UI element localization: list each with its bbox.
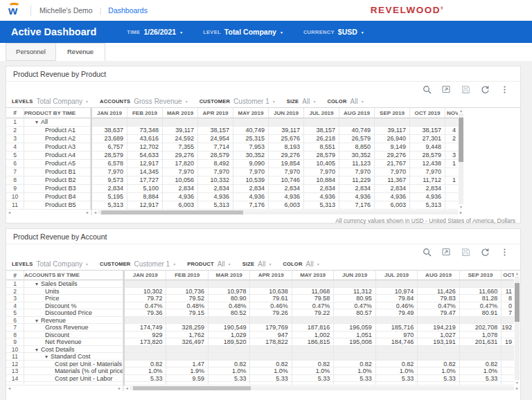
data-cell[interactable]	[334, 353, 375, 361]
data-cell[interactable]: 2,834	[92, 185, 127, 193]
row-product-b3[interactable]: 9Product B3	[6, 185, 91, 193]
data-cell[interactable]: 4,936	[375, 193, 410, 201]
data-cell[interactable]: 7,176	[233, 201, 269, 210]
data-cell[interactable]: 27,301	[410, 135, 445, 143]
row-product-b5[interactable]: 11Product B5	[6, 201, 91, 210]
data-cell[interactable]: 4,936	[410, 193, 445, 201]
clipped-data-cell[interactable]: 1	[445, 176, 458, 185]
column-header-cell[interactable]: APR 2019	[198, 108, 233, 118]
column-header-cell[interactable]: MAY 2019	[292, 271, 334, 280]
data-cell[interactable]: 10,884	[304, 176, 339, 185]
column-header-cell[interactable]: FEB 2019	[166, 271, 208, 280]
data-cell[interactable]: 81.28	[460, 295, 502, 302]
data-cell[interactable]: 79.83	[418, 295, 459, 302]
data-cell[interactable]: 17,820	[163, 160, 198, 168]
data-cell[interactable]	[292, 353, 334, 361]
data-cell[interactable]	[250, 280, 292, 288]
data-cell[interactable]	[209, 353, 250, 361]
data-cell[interactable]: 10,539	[233, 176, 269, 185]
row-units[interactable]: 2Units	[6, 288, 123, 296]
data-cell[interactable]: 79.36	[125, 309, 166, 317]
data-cell[interactable]	[166, 280, 208, 288]
data-cell[interactable]	[376, 353, 418, 361]
data-cell[interactable]: 4,936	[233, 193, 269, 201]
data-cell[interactable]: 5.33	[209, 375, 250, 383]
data-cell[interactable]	[375, 118, 410, 127]
data-cell[interactable]: 2,834	[304, 185, 339, 193]
data-cell[interactable]: 4,936	[304, 193, 339, 201]
data-cell[interactable]	[292, 346, 334, 354]
filter-color[interactable]: COLORAll▾	[283, 260, 319, 268]
row-label-cell[interactable]: ▾Standard Cost	[24, 353, 123, 361]
data-cell[interactable]: 7,176	[339, 201, 375, 210]
row-standard-cost[interactable]: 11▾Standard Cost	[6, 353, 123, 361]
more-icon[interactable]	[500, 85, 509, 94]
row-materials-of-unit-price-[interactable]: 13Materials (% of unit price)	[6, 367, 123, 375]
row-label-cell[interactable]: Discount %	[24, 302, 123, 310]
data-cell[interactable]: 2,834	[269, 185, 304, 193]
data-cell[interactable]: 10,638	[250, 288, 292, 296]
scrollbar-thumb[interactable]	[133, 386, 251, 390]
more-icon[interactable]	[500, 248, 509, 257]
data-cell[interactable]: 185,716	[376, 324, 418, 331]
data-cell[interactable]	[166, 353, 208, 361]
row-price[interactable]: 3Price	[6, 295, 123, 302]
data-cell[interactable]: 7,970	[410, 168, 445, 176]
data-cell[interactable]: 5.33	[376, 375, 418, 383]
data-cell[interactable]: 17,727	[127, 176, 163, 185]
data-cell[interactable]: 5,313	[304, 201, 339, 210]
data-cell[interactable]: 5,313	[198, 201, 233, 210]
clipped-data-cell[interactable]: 1	[445, 160, 458, 168]
data-cell[interactable]: 1,029	[209, 331, 250, 339]
data-cell[interactable]	[92, 118, 127, 127]
clipped-data-cell[interactable]: 192	[502, 324, 514, 331]
data-cell[interactable]: 38,637	[92, 127, 127, 135]
data-cell[interactable]: 0.47%	[460, 302, 502, 310]
row-label-cell[interactable]: Product B3	[24, 185, 91, 193]
column-header-cell[interactable]: JAN 2019	[92, 108, 127, 118]
data-cell[interactable]: 2,834	[375, 185, 410, 193]
data-cell[interactable]: 193,191	[418, 338, 459, 346]
row-all[interactable]: 1▾All	[6, 118, 91, 127]
data-cell[interactable]: 6,578	[92, 160, 127, 168]
filter-customer[interactable]: CUSTOMERCustomer 1▾	[200, 98, 275, 105]
data-cell[interactable]: 79.72	[125, 295, 166, 302]
row-cost-per-unit-materials[interactable]: 12Cost per Unit - Materials	[6, 361, 123, 368]
data-cell[interactable]: 0.47%	[125, 302, 166, 310]
data-cell[interactable]: 80.90	[209, 295, 250, 302]
clipped-data-cell[interactable]	[445, 193, 458, 201]
data-cell[interactable]: 5.33	[125, 375, 166, 383]
clipped-column-header-cell[interactable]: NOV	[445, 108, 458, 118]
data-cell[interactable]: 11,712	[410, 176, 445, 185]
data-cell[interactable]	[376, 317, 418, 325]
row-product-a2[interactable]: 3Product A2	[6, 135, 91, 143]
data-cell[interactable]: 39,117	[163, 127, 198, 135]
scrollbar-track[interactable]	[459, 113, 463, 204]
data-cell[interactable]: 9,149	[375, 143, 410, 152]
filter-customer[interactable]: CUSTOMERCustomer 1▾	[100, 260, 175, 268]
row-label-cell[interactable]: Net Revenue	[24, 338, 123, 346]
scrollbar-track[interactable]	[98, 210, 458, 215]
data-cell[interactable]: 79.15	[166, 309, 208, 317]
data-cell[interactable]: 38,157	[304, 127, 339, 135]
data-cell[interactable]: 7,970	[92, 168, 127, 176]
collapse-triangle-icon[interactable]: ▾	[35, 281, 38, 287]
data-cell[interactable]: 80.57	[334, 309, 375, 317]
data-cell[interactable]	[125, 317, 166, 325]
row-label-cell[interactable]: Product A3	[24, 143, 91, 152]
data-cell[interactable]: 1.0%	[334, 367, 375, 375]
row-label-cell[interactable]: Product A2	[24, 135, 91, 143]
row-label-cell[interactable]: Cost per Unit - Labor	[24, 375, 123, 383]
data-cell[interactable]: 0.82	[209, 361, 250, 368]
data-cell[interactable]: 194,219	[418, 324, 459, 331]
data-cell[interactable]: 2,834	[233, 185, 269, 193]
data-cell[interactable]: 189,520	[209, 338, 250, 346]
data-cell[interactable]	[292, 280, 334, 288]
clipped-data-cell[interactable]	[445, 118, 458, 127]
data-cell[interactable]: 12,917	[127, 160, 163, 168]
clipped-data-cell[interactable]	[502, 346, 514, 354]
data-cell[interactable]: 202,708	[460, 324, 502, 331]
data-cell[interactable]: 79.84	[376, 295, 418, 302]
data-cell[interactable]: 28,579	[304, 152, 339, 160]
data-cell[interactable]: 6,003	[163, 201, 198, 210]
